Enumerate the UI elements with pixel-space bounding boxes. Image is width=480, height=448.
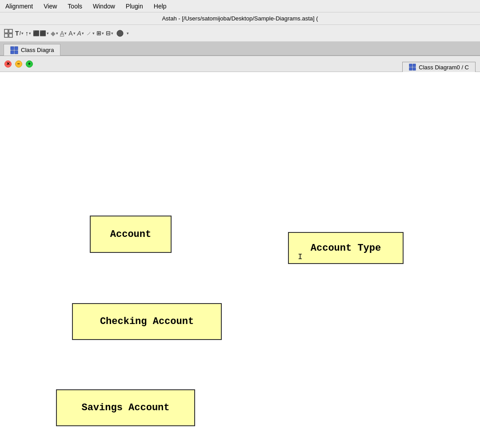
svg-rect-11 (409, 68, 412, 70)
svg-rect-5 (11, 47, 14, 50)
toolbar-font2-btn[interactable]: A ▾ (77, 30, 84, 37)
toolbar-arrange-btn[interactable]: ↑ ▾ (25, 30, 31, 37)
toolbar-layout-btn[interactable]: ⬛⬛ ▾ (33, 30, 49, 36)
inner-tab-icon (409, 64, 416, 71)
svg-rect-0 (4, 29, 8, 33)
svg-rect-1 (9, 29, 12, 33)
svg-rect-3 (9, 34, 12, 37)
outer-tab[interactable]: Class Diagra (4, 44, 60, 56)
inner-tab[interactable]: Class Diagram0 / C (402, 62, 476, 72)
main-toolbar: T I ▾ ↑ ▾ ⬛⬛ ▾ ◆ ▾ A ▾ A ▾ A ▾ ⟋ ▾ ⊞ ▾ ⊟… (0, 25, 480, 42)
outer-tab-label: Class Diagra (21, 47, 54, 53)
menu-bar: Alignment View Tools Window Plugin Help (0, 0, 480, 12)
toolbar-dark-btn[interactable]: ▾ (127, 31, 129, 36)
maximize-button[interactable]: + (26, 60, 33, 68)
checking-account-label: Checking Account (100, 316, 194, 327)
close-button[interactable]: ✕ (4, 60, 12, 68)
svg-point-4 (117, 30, 123, 36)
minimize-button[interactable]: − (15, 60, 22, 68)
account-type-label: Account Type (311, 243, 381, 254)
account-label: Account (110, 229, 151, 240)
svg-rect-9 (409, 64, 412, 67)
title-bar: Astah - [/Users/satomijoba/Desktop/Sampl… (0, 12, 480, 25)
svg-rect-10 (413, 64, 416, 67)
window-bar: ✕ − + Class Diagram0 / C (0, 56, 480, 72)
account-class[interactable]: Account (90, 216, 172, 253)
canvas-area[interactable]: Account Account Type I Checking Account … (0, 72, 480, 448)
toolbar-font-btn[interactable]: A ▾ (68, 30, 75, 37)
toolbar-circle-icon[interactable] (115, 28, 125, 38)
toolbar-line-btn[interactable]: A ▾ (60, 30, 67, 37)
svg-rect-6 (15, 47, 18, 50)
toolbar-grid-icon[interactable] (4, 28, 13, 38)
menu-tools[interactable]: Tools (68, 3, 82, 10)
svg-rect-2 (4, 34, 8, 37)
menu-help[interactable]: Help (154, 3, 167, 10)
outer-tab-bar: Class Diagra (0, 42, 480, 56)
inner-tab-label: Class Diagram0 / C (419, 64, 469, 71)
toolbar-text-btn[interactable]: T I ▾ (15, 30, 24, 37)
toolbar-table-btn[interactable]: ⊞ ▾ (96, 30, 104, 36)
menu-window[interactable]: Window (93, 3, 115, 10)
svg-rect-12 (413, 68, 416, 70)
svg-rect-7 (11, 51, 14, 54)
toolbar-dash-btn[interactable]: ⟋ ▾ (86, 30, 95, 37)
savings-account-class[interactable]: Savings Account (56, 389, 195, 426)
toolbar-export-btn[interactable]: ⊟ ▾ (106, 30, 113, 36)
menu-view[interactable]: View (44, 3, 57, 10)
class-diagram-icon (10, 46, 18, 54)
svg-rect-8 (15, 51, 18, 54)
inner-tab-container: Class Diagram0 / C (402, 56, 476, 72)
app-title: Astah - [/Users/satomijoba/Desktop/Sampl… (162, 15, 318, 22)
savings-account-label: Savings Account (81, 402, 169, 413)
toolbar-fill-btn[interactable]: ◆ ▾ (51, 30, 58, 37)
menu-alignment[interactable]: Alignment (5, 3, 33, 10)
account-type-class[interactable]: Account Type I (288, 232, 404, 264)
checking-account-class[interactable]: Checking Account (72, 303, 222, 340)
menu-plugin[interactable]: Plugin (126, 3, 143, 10)
